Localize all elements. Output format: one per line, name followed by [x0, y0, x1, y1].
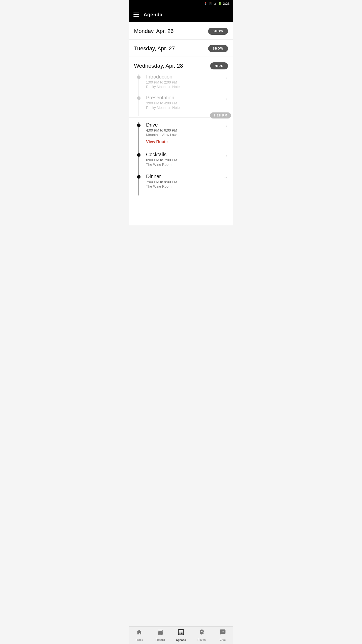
event-cocktails[interactable]: Cocktails 6:00 PM to 7:00 PM The Wine Ro… [134, 152, 228, 174]
event-location-introduction: Rocky Mountain Hotel [146, 85, 228, 89]
view-route-button[interactable]: View Route → [146, 139, 228, 145]
day-label-monday: Monday, Apr. 26 [134, 28, 173, 34]
hamburger-line-3 [133, 16, 139, 17]
arrow-icon-cocktails: → [223, 153, 228, 158]
day-section-tuesday: Tuesday, Apr. 27 SHOW [129, 39, 233, 57]
event-title-cocktails: Cocktails [146, 152, 228, 157]
day-label-tuesday: Tuesday, Apr. 27 [134, 45, 175, 52]
event-introduction[interactable]: Introduction 1:00 PM to 2:00 PM Rocky Mo… [134, 74, 228, 95]
hamburger-line-2 [133, 14, 139, 15]
current-time-badge: 3:28 PM [210, 112, 231, 118]
day-section-wednesday: Wednesday, Apr. 28 HIDE [129, 57, 233, 74]
hamburger-line-1 [133, 13, 139, 13]
event-location-presentation: Rocky Mountain Hotel [146, 106, 228, 110]
day-label-wednesday: Wednesday, Apr. 28 [134, 63, 183, 69]
vibrate-icon: 📳 [209, 2, 212, 5]
location-icon: 📍 [204, 2, 207, 5]
event-title-presentation: Presentation [146, 95, 228, 101]
arrow-icon-dinner: → [223, 175, 228, 180]
day-header-tuesday: Tuesday, Apr. 27 SHOW [134, 45, 228, 57]
show-hide-button-monday[interactable]: SHOW [208, 28, 228, 35]
event-time-drive: 4:00 PM to 6:00 PM [146, 128, 228, 132]
event-drive[interactable]: Drive 4:00 PM to 6:00 PM Mountain View L… [134, 122, 228, 152]
status-icons: 📍 📳 ▲ 🔋 3:28 [204, 2, 230, 6]
event-time-dinner: 7:00 PM to 9:00 PM [146, 180, 228, 184]
event-title-drive: Drive [146, 122, 228, 128]
event-location-cocktails: The Wine Room [146, 163, 228, 167]
view-route-label: View Route [146, 140, 168, 144]
arrow-icon-introduction: → [223, 75, 228, 81]
view-route-arrow-icon: → [170, 139, 175, 145]
event-title-dinner: Dinner [146, 174, 228, 179]
event-time-presentation: 3:00 PM to 4:00 PM [146, 101, 228, 105]
status-time: 3:28 [223, 2, 230, 6]
app-header: Agenda [129, 7, 233, 22]
event-location-dinner: The Wine Room [146, 184, 228, 188]
arrow-icon-presentation: → [223, 96, 228, 102]
time-divider: 3:28 PM [129, 116, 233, 118]
event-time-introduction: 1:00 PM to 2:00 PM [146, 80, 228, 84]
menu-button[interactable] [133, 13, 139, 17]
day-header-wednesday: Wednesday, Apr. 28 HIDE [134, 62, 228, 74]
day-section-monday: Monday, Apr. 26 SHOW [129, 22, 233, 39]
header-title: Agenda [144, 12, 162, 18]
show-hide-button-wednesday[interactable]: HIDE [210, 62, 228, 69]
battery-icon: 🔋 [218, 2, 222, 5]
event-location-drive: Mountain View Lawn [146, 133, 228, 137]
event-time-cocktails: 6:00 PM to 7:00 PM [146, 158, 228, 162]
event-title-introduction: Introduction [146, 74, 228, 80]
show-hide-button-tuesday[interactable]: SHOW [208, 45, 228, 52]
main-content: Monday, Apr. 26 SHOW Tuesday, Apr. 27 SH… [129, 22, 233, 225]
day-header-monday: Monday, Apr. 26 SHOW [134, 28, 228, 39]
signal-icon: ▲ [214, 2, 217, 5]
arrow-icon-drive: → [223, 124, 228, 129]
status-bar: 📍 📳 ▲ 🔋 3:28 [129, 0, 233, 7]
event-dinner[interactable]: Dinner 7:00 PM to 9:00 PM The Wine Room … [134, 174, 228, 195]
